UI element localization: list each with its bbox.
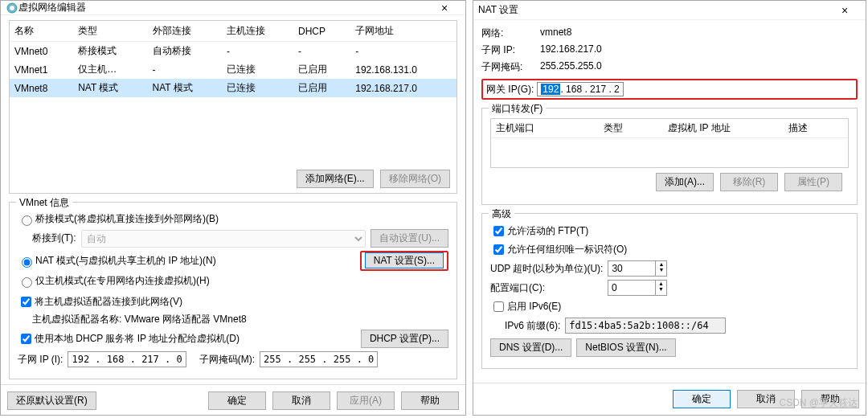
allow-ftp-checkbox[interactable]: [493, 226, 504, 236]
dialog-footer: 还原默认设置(R) 确定 取消 应用(A) 帮助: [1, 384, 465, 416]
use-dhcp-row[interactable]: 使用本地 DHCP 服务将 IP 地址分配给虚拟机(D) DHCP 设置(P).…: [18, 330, 448, 348]
nat-radio[interactable]: [22, 257, 32, 268]
allow-anyorg-checkbox[interactable]: [493, 244, 504, 255]
group-title: 高级: [489, 207, 514, 221]
network-label: 网络:: [481, 27, 534, 40]
udp-timeout-stepper[interactable]: ▲▼: [608, 260, 667, 277]
gateway-ip-label: 网关 IP(G):: [486, 83, 534, 96]
group-title: VMnet 信息: [16, 196, 72, 210]
table-row[interactable]: VMnet1仅主机…-已连接已启用192.168.131.0: [10, 60, 457, 79]
subnet-ip-label: 子网 IP:: [481, 43, 534, 57]
gateway-ip-field[interactable]: 192. 168 . 217 . 2: [537, 82, 623, 96]
vmnet-info-group: VMnet 信息 桥接模式(将虚拟机直接连接到外部网络)(B) 桥接到(T): …: [9, 202, 457, 379]
netbios-settings-button[interactable]: NetBIOS 设置(N)...: [576, 338, 675, 357]
hostonly-radio[interactable]: [22, 277, 32, 288]
col-subnet[interactable]: 子网地址: [350, 21, 457, 42]
restore-defaults-button[interactable]: 还原默认设置(R): [7, 391, 96, 410]
table-row[interactable]: VMnet8NAT 模式NAT 模式已连接已启用192.168.217.0: [10, 79, 457, 97]
col-ext[interactable]: 外部连接: [148, 21, 222, 42]
nat-settings-button[interactable]: NAT 设置(S)...: [365, 252, 444, 268]
titlebar: 虚拟网络编辑器 ×: [1, 1, 465, 15]
udp-timeout-label: UDP 超时(以秒为单位)(U):: [490, 262, 603, 276]
port-forward-table[interactable]: 主机端口 类型 虚拟机 IP 地址 描述: [490, 118, 849, 168]
port-forward-group: 端口转发(F) 主机端口 类型 虚拟机 IP 地址 描述 添加(A)... 移除…: [481, 108, 858, 205]
col-dhcp[interactable]: DHCP: [293, 21, 350, 42]
subnet-ip-field[interactable]: 192 . 168 . 217 . 0: [68, 351, 186, 367]
chevron-up-icon[interactable]: ▲: [656, 281, 666, 286]
subnet-mask-label: 子网掩码(M):: [199, 353, 255, 367]
titlebar: NAT 设置 ×: [473, 1, 866, 20]
subnet-ip-value: 192.168.217.0: [540, 43, 602, 57]
pf-prop-button[interactable]: 属性(P): [784, 173, 842, 191]
config-port-stepper[interactable]: ▲▼: [608, 280, 667, 296]
add-network-button[interactable]: 添加网络(E)...: [297, 170, 374, 188]
close-icon[interactable]: ×: [829, 4, 861, 17]
table-row[interactable]: VMnet0桥接模式自动桥接---: [10, 42, 457, 61]
subnet-mask-value: 255.255.255.0: [540, 60, 602, 74]
watermark: CSDN @孚夫筱达: [779, 396, 858, 410]
auto-settings-button[interactable]: 自动设置(U)...: [371, 229, 448, 248]
svg-point-1: [10, 6, 14, 10]
bridge-radio[interactable]: [22, 215, 32, 226]
use-dhcp-checkbox[interactable]: [21, 334, 31, 344]
window-title: 虚拟网络编辑器: [18, 1, 428, 14]
group-title: 端口转发(F): [489, 102, 546, 116]
app-icon: [6, 2, 18, 14]
remove-network-button[interactable]: 移除网络(O): [380, 170, 450, 188]
apply-button[interactable]: 应用(A): [337, 391, 395, 410]
pf-remove-button[interactable]: 移除(R): [720, 173, 778, 191]
ipv6-prefix-label: IPv6 前缀(6):: [505, 319, 560, 333]
config-port-label: 配置端口(C):: [490, 281, 603, 295]
nat-settings-window: NAT 设置 × 网络:vmnet8 子网 IP:192.168.217.0 子…: [473, 0, 866, 416]
chevron-up-icon[interactable]: ▲: [656, 261, 666, 267]
advanced-group: 高级 允许活动的 FTP(T) 允许任何组织唯一标识符(O) UDP 超时(以秒…: [481, 213, 858, 369]
virtual-network-editor-window: 虚拟网络编辑器 × 名称 类型 外部连接 主机连接 DHCP 子网地址: [0, 0, 466, 416]
subnet-ip-label: 子网 IP (I):: [18, 353, 63, 367]
connect-adapter-check[interactable]: 将主机虚拟适配器连接到此网络(V): [18, 294, 448, 309]
network-value: vmnet8: [540, 27, 571, 40]
vmnet-table[interactable]: 名称 类型 外部连接 主机连接 DHCP 子网地址 VMnet0桥接模式自动桥接…: [9, 20, 457, 165]
adapter-name-label: 主机虚拟适配器名称: VMware 网络适配器 VMnet8: [32, 313, 448, 326]
window-title: NAT 设置: [478, 3, 829, 17]
network-buttons: 添加网络(E)... 移除网络(O): [9, 165, 457, 194]
subnet-mask-field[interactable]: 255 . 255 . 255 . 0: [260, 351, 378, 367]
pf-add-button[interactable]: 添加(A)...: [656, 173, 714, 191]
enable-ipv6-checkbox[interactable]: [493, 301, 504, 312]
bridge-radio-row[interactable]: 桥接模式(将虚拟机直接连接到外部网络)(B): [18, 212, 448, 226]
cancel-button[interactable]: 取消: [272, 391, 330, 410]
col-vmip[interactable]: 虚拟机 IP 地址: [663, 119, 784, 138]
col-type[interactable]: 类型: [599, 119, 663, 138]
help-button[interactable]: 帮助: [401, 391, 459, 410]
col-host[interactable]: 主机连接: [222, 21, 293, 42]
col-type[interactable]: 类型: [73, 21, 147, 42]
ok-button[interactable]: 确定: [208, 391, 266, 410]
hostonly-radio-row[interactable]: 仅主机模式(在专用网络内连接虚拟机)(H): [18, 274, 448, 288]
col-name[interactable]: 名称: [10, 21, 73, 42]
dns-settings-button[interactable]: DNS 设置(D)...: [490, 338, 571, 357]
ipv6-prefix-field: fd15:4ba5:5a2b:1008::/64: [565, 318, 726, 334]
nat-radio-row[interactable]: NAT 模式(与虚拟机共享主机的 IP 地址)(N) NAT 设置(S)...: [18, 251, 448, 271]
dhcp-settings-button[interactable]: DHCP 设置(P)...: [361, 330, 448, 348]
close-icon[interactable]: ×: [428, 2, 461, 14]
subnet-mask-label: 子网掩码:: [481, 60, 534, 74]
bridge-to-select[interactable]: 自动: [81, 230, 366, 248]
col-hostport[interactable]: 主机端口: [491, 119, 599, 138]
ok-button[interactable]: 确定: [673, 390, 731, 408]
connect-adapter-checkbox[interactable]: [21, 297, 31, 307]
chevron-down-icon[interactable]: ▼: [656, 286, 666, 292]
bridge-to-label: 桥接到(T):: [32, 232, 76, 245]
col-desc[interactable]: 描述: [784, 119, 848, 138]
chevron-down-icon[interactable]: ▼: [656, 267, 666, 273]
